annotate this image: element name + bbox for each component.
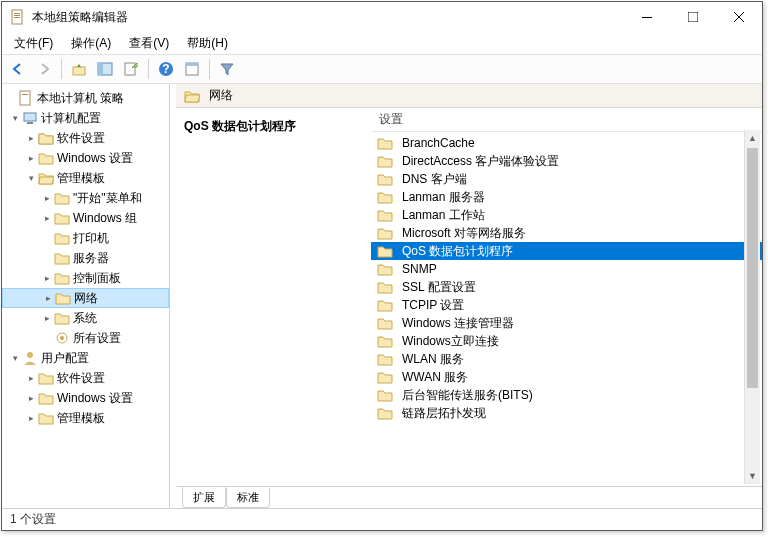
list-item-label: 链路层拓扑发现 [402, 405, 486, 422]
expand-icon[interactable]: ▸ [40, 213, 54, 223]
help-button[interactable]: ? [154, 57, 178, 81]
folder-icon [377, 261, 393, 277]
tree-admin-templates[interactable]: ▾管理模板 [2, 168, 169, 188]
collapse-icon[interactable]: ▾ [8, 353, 22, 363]
detail-list-pane: 设置 BranchCacheDirectAccess 客户端体验设置DNS 客户… [371, 108, 762, 486]
expand-icon[interactable]: ▸ [24, 413, 38, 423]
svg-rect-5 [688, 12, 698, 22]
list-item[interactable]: 后台智能传送服务(BITS) [371, 386, 762, 404]
folder-icon [54, 310, 70, 326]
expand-icon[interactable]: ▸ [24, 153, 38, 163]
menu-help[interactable]: 帮助(H) [179, 33, 236, 54]
menu-view[interactable]: 查看(V) [121, 33, 177, 54]
forward-button[interactable] [32, 57, 56, 81]
tree-item[interactable]: ▸软件设置 [2, 128, 169, 148]
folder-icon [377, 225, 393, 241]
vertical-scrollbar[interactable]: ▲ ▼ [744, 130, 760, 484]
tree-root[interactable]: 本地计算机 策略 [2, 88, 169, 108]
collapse-icon[interactable]: ▾ [8, 113, 22, 123]
tree-item[interactable]: 服务器 [2, 248, 169, 268]
list-item[interactable]: WWAN 服务 [371, 368, 762, 386]
svg-rect-11 [125, 63, 135, 75]
list-item-label: Windows 连接管理器 [402, 315, 514, 332]
path-bar: 网络 [176, 84, 762, 108]
folder-icon [377, 333, 393, 349]
settings-list[interactable]: BranchCacheDirectAccess 客户端体验设置DNS 客户端La… [371, 132, 762, 424]
menu-file[interactable]: 文件(F) [6, 33, 61, 54]
expand-icon[interactable]: ▸ [40, 193, 54, 203]
expand-icon[interactable]: ▸ [40, 273, 54, 283]
back-button[interactable] [6, 57, 30, 81]
list-item[interactable]: Windows 连接管理器 [371, 314, 762, 332]
collapse-icon[interactable]: ▾ [24, 173, 38, 183]
tree-label: Windows 设置 [57, 150, 133, 167]
close-button[interactable] [716, 2, 762, 32]
svg-rect-8 [73, 67, 85, 75]
expand-icon[interactable]: ▸ [24, 393, 38, 403]
tree-item[interactable]: 打印机 [2, 228, 169, 248]
policy-icon [18, 90, 34, 106]
tree-item[interactable]: ▸Windows 设置 [2, 148, 169, 168]
folder-icon [377, 135, 393, 151]
tree-item[interactable]: ▸系统 [2, 308, 169, 328]
show-tree-button[interactable] [93, 57, 117, 81]
maximize-button[interactable] [670, 2, 716, 32]
folder-icon [54, 250, 70, 266]
window-frame: 本地组策略编辑器 文件(F) 操作(A) 查看(V) 帮助(H) ? 本地计算机… [1, 1, 763, 531]
list-item-label: WLAN 服务 [402, 351, 464, 368]
svg-rect-1 [14, 13, 20, 14]
expand-icon[interactable]: ▸ [24, 373, 38, 383]
folder-icon [377, 405, 393, 421]
tab-standard[interactable]: 标准 [226, 488, 270, 508]
scroll-down-button[interactable]: ▼ [745, 468, 760, 484]
list-item[interactable]: Microsoft 对等网络服务 [371, 224, 762, 242]
list-item[interactable]: Windows立即连接 [371, 332, 762, 350]
filter-button[interactable] [215, 57, 239, 81]
folder-icon [54, 190, 70, 206]
window-title: 本地组策略编辑器 [32, 9, 624, 26]
scroll-thumb[interactable] [747, 148, 758, 388]
tree-item[interactable]: ▸Windows 设置 [2, 388, 169, 408]
tree-computer-config[interactable]: ▾计算机配置 [2, 108, 169, 128]
properties-button[interactable] [180, 57, 204, 81]
list-item[interactable]: 链路层拓扑发现 [371, 404, 762, 422]
tree-network[interactable]: ▸网络 [2, 288, 169, 308]
list-item[interactable]: WLAN 服务 [371, 350, 762, 368]
minimize-button[interactable] [624, 2, 670, 32]
tab-extended[interactable]: 扩展 [182, 487, 226, 508]
svg-rect-15 [186, 63, 198, 66]
list-item[interactable]: Lanman 工作站 [371, 206, 762, 224]
folder-icon [54, 210, 70, 226]
list-item[interactable]: TCPIP 设置 [371, 296, 762, 314]
folder-icon [377, 189, 393, 205]
expand-icon[interactable]: ▸ [40, 313, 54, 323]
svg-rect-18 [24, 113, 36, 121]
up-button[interactable] [67, 57, 91, 81]
expand-icon[interactable]: ▸ [24, 133, 38, 143]
folder-icon [38, 150, 54, 166]
tree-item[interactable]: ▸软件设置 [2, 368, 169, 388]
tree-item[interactable]: ▸管理模板 [2, 408, 169, 428]
folder-icon [377, 297, 393, 313]
tree-item[interactable]: ▸Windows 组 [2, 208, 169, 228]
list-item[interactable]: BranchCache [371, 134, 762, 152]
list-item[interactable]: DNS 客户端 [371, 170, 762, 188]
list-item-label: WWAN 服务 [402, 369, 468, 386]
list-item[interactable]: Lanman 服务器 [371, 188, 762, 206]
tree-item[interactable]: ▸控制面板 [2, 268, 169, 288]
column-header-setting[interactable]: 设置 [371, 108, 762, 132]
svg-point-21 [60, 336, 64, 340]
tree-item[interactable]: 所有设置 [2, 328, 169, 348]
expand-icon[interactable]: ▸ [41, 293, 55, 303]
scroll-up-button[interactable]: ▲ [745, 130, 760, 146]
tree-pane[interactable]: 本地计算机 策略 ▾计算机配置 ▸软件设置 ▸Windows 设置 ▾管理模板 … [2, 84, 170, 508]
list-item[interactable]: DirectAccess 客户端体验设置 [371, 152, 762, 170]
list-item[interactable]: QoS 数据包计划程序 [371, 242, 762, 260]
export-button[interactable] [119, 57, 143, 81]
tree-item[interactable]: ▸"开始"菜单和 [2, 188, 169, 208]
menu-action[interactable]: 操作(A) [63, 33, 119, 54]
list-item[interactable]: SSL 配置设置 [371, 278, 762, 296]
list-item[interactable]: SNMP [371, 260, 762, 278]
svg-rect-16 [20, 91, 30, 105]
tree-user-config[interactable]: ▾用户配置 [2, 348, 169, 368]
